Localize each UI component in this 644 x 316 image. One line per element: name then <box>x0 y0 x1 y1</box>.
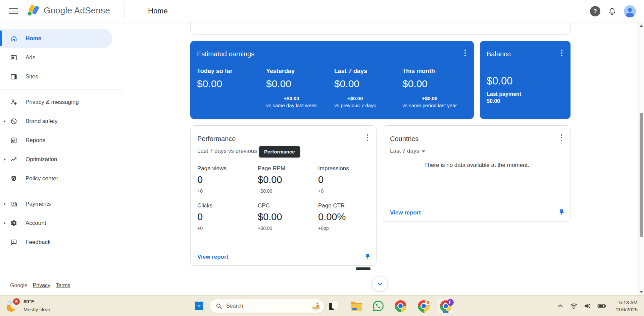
svg-text:5: 5 <box>15 299 17 304</box>
performance-subtitle: Last 7 days vs previous <box>197 148 257 154</box>
sites-icon <box>10 73 17 80</box>
expand-caret-icon[interactable] <box>4 203 6 205</box>
metric-page-rpm: Page RPM $0.00 +$0.00 <box>258 165 318 194</box>
kebab-menu-icon[interactable] <box>558 49 565 57</box>
sidebar-item-account[interactable]: Account <box>0 213 124 233</box>
hamburger-menu-icon[interactable] <box>9 7 18 15</box>
header-divider <box>124 3 125 19</box>
scrollbar-thumb[interactable] <box>640 113 643 237</box>
terms-link[interactable]: Terms <box>56 282 70 289</box>
task-view-icon[interactable] <box>326 298 341 314</box>
expand-caret-icon[interactable] <box>4 120 6 123</box>
privacy-messaging-icon <box>10 99 17 106</box>
card-title: Balance <box>487 50 511 58</box>
chrome-profile-maps-icon[interactable] <box>416 298 431 314</box>
vertical-scrollbar[interactable] <box>638 22 644 295</box>
balance-card: Balance $0.00 Last payment $0.00 <box>480 41 571 119</box>
card-title: Estimated earnings <box>197 50 254 58</box>
pin-icon[interactable] <box>558 209 565 216</box>
search-icon <box>216 303 222 309</box>
hover-tooltip: Performance <box>259 146 300 157</box>
clock-time: 5:13 AM <box>615 299 638 306</box>
file-explorer-icon[interactable] <box>348 298 364 314</box>
expand-caret-icon[interactable] <box>4 222 6 225</box>
expand-caret-icon[interactable] <box>4 158 6 161</box>
earnings-column-last7days: Last 7 days $0.00 +$0.00 vs previous 7 d… <box>334 68 402 109</box>
adsense-logo[interactable]: Google AdSense <box>27 4 110 16</box>
metric-impressions: Impressions 0 +0 <box>318 165 379 194</box>
page-title: Home <box>148 7 168 15</box>
sidebar-item-feedback[interactable]: Feedback <box>0 233 124 252</box>
help-icon[interactable]: ? <box>590 6 600 16</box>
sidebar-item-payments[interactable]: Payments <box>0 194 124 213</box>
sidebar-nav: Home Ads Sites Privacy & messaging <box>0 22 124 295</box>
account-avatar[interactable] <box>624 5 636 17</box>
sidebar-item-optimization[interactable]: Optimization <box>0 150 124 169</box>
taskbar-weather-widget[interactable]: 5 80°F Mostly clear <box>5 298 50 314</box>
earnings-column-yesterday: Yesterday $0.00 +$0.00 vs same day last … <box>266 68 334 109</box>
metric-page-views: Page views 0 +0 <box>197 165 258 194</box>
start-button[interactable] <box>191 298 207 314</box>
expand-more-button[interactable] <box>372 276 388 292</box>
sidebar-item-privacy-messaging[interactable]: Privacy & messaging <box>0 92 124 112</box>
earnings-column-today: Today so far $0.00 <box>197 68 266 109</box>
payments-icon <box>10 200 17 208</box>
tooltip-fragment <box>356 267 370 270</box>
taskbar-search[interactable]: Search <box>209 299 325 313</box>
kebab-menu-icon[interactable] <box>364 134 371 142</box>
date-range-dropdown[interactable]: Last 7 days <box>390 148 425 154</box>
main-content: Estimated earnings Today so far $0.00 Ye… <box>124 22 638 295</box>
battery-icon[interactable] <box>597 302 606 310</box>
chrome-profile-f-icon-active[interactable]: F <box>438 298 453 314</box>
windows-taskbar: 5 80°F Mostly clear Search <box>0 295 644 316</box>
chrome-icon[interactable] <box>393 298 408 314</box>
reports-icon <box>10 137 17 144</box>
profile-badge-f: F <box>447 299 454 306</box>
pin-icon[interactable] <box>364 253 371 261</box>
feedback-icon <box>10 239 17 246</box>
sidebar-item-reports[interactable]: Reports <box>0 131 124 150</box>
tray-chevron-up-icon[interactable] <box>556 302 564 310</box>
weather-icon: 5 <box>5 298 21 314</box>
profile-badge-icon <box>425 299 431 306</box>
sidebar-divider <box>0 89 124 89</box>
sidebar-item-home[interactable]: Home <box>0 29 112 48</box>
scroll-down-arrow[interactable] <box>640 291 643 293</box>
sidebar-item-sites[interactable]: Sites <box>0 67 124 86</box>
metric-clicks: Clicks 0 +0 <box>197 202 258 231</box>
scroll-up-arrow[interactable] <box>640 24 643 27</box>
app-header: Google AdSense Home ? <box>0 0 644 22</box>
metric-cpc: CPC $0.00 +$0.00 <box>258 202 318 231</box>
performance-card: Performance Last 7 days vs previous Perf… <box>190 125 377 266</box>
whatsapp-icon[interactable] <box>370 298 386 314</box>
product-name: Google AdSense <box>44 5 110 16</box>
sidebar-item-policy-center[interactable]: Policy center <box>0 169 124 188</box>
kebab-menu-icon[interactable] <box>558 134 565 142</box>
policy-center-icon <box>10 175 17 182</box>
sidebar-footer: Google Privacy Terms <box>10 282 70 289</box>
taskbar-clock[interactable]: 5:13 AM 11/6/2025 <box>615 299 638 313</box>
weather-temp: 80°F <box>23 298 50 306</box>
windows-logo-icon <box>195 302 203 310</box>
countries-card: Countries Last 7 days There is no data a… <box>383 125 571 222</box>
sidebar-item-ads[interactable]: Ads <box>0 48 124 67</box>
running-indicator <box>423 311 425 313</box>
optimization-icon <box>10 156 17 163</box>
view-report-link[interactable]: View report <box>390 209 421 216</box>
kebab-menu-icon[interactable] <box>462 49 468 57</box>
card-title: Countries <box>390 135 419 143</box>
privacy-link[interactable]: Privacy <box>33 282 50 289</box>
volume-icon[interactable] <box>583 302 592 310</box>
search-highlight-food-icon <box>311 301 321 311</box>
card-title: Performance <box>197 135 236 143</box>
estimated-earnings-card: Estimated earnings Today so far $0.00 Ye… <box>190 41 474 119</box>
view-report-link[interactable]: View report <box>197 254 228 260</box>
notifications-bell-icon[interactable] <box>608 7 616 16</box>
home-icon <box>10 35 17 42</box>
weather-condition: Mostly clear <box>23 306 50 314</box>
sidebar-divider <box>0 191 124 191</box>
metric-page-ctr: Page CTR 0.00% +0pp <box>318 202 379 231</box>
wifi-icon[interactable] <box>569 302 578 310</box>
account-settings-icon <box>10 219 17 227</box>
sidebar-item-brand-safety[interactable]: Brand safety <box>0 112 124 131</box>
